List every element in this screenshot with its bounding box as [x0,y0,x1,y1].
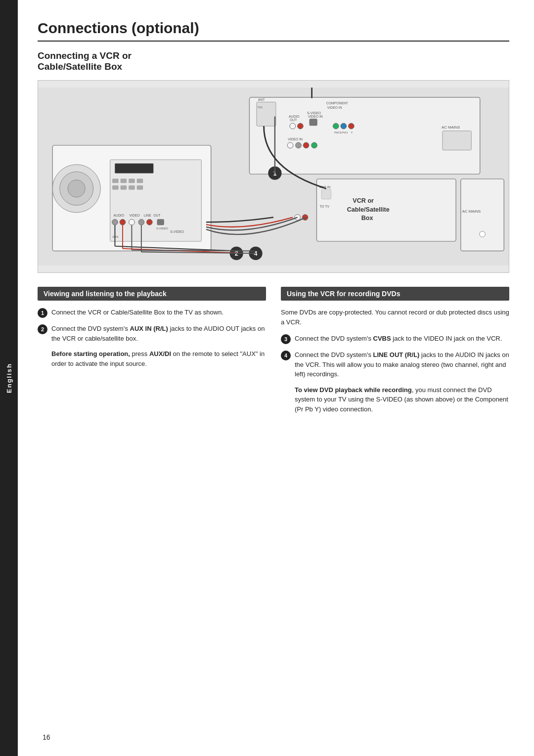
svg-rect-60 [321,189,331,199]
step-4: 4 Connect the DVD system's LINE OUT (R/L… [281,350,509,379]
sidebar-label: English [5,363,13,393]
step-4-text: Connect the DVD system's LINE OUT (R/L) … [295,350,509,379]
svg-point-50 [312,142,317,148]
svg-point-41 [341,123,347,129]
section-title: Connecting a VCR or Cable/Satellite Box [38,50,509,72]
svg-text:OUT: OUT [153,214,160,217]
svg-text:PbCb: PbCb [334,131,342,134]
svg-text:OUT: OUT [290,118,297,122]
svg-text:AC MAINS: AC MAINS [462,209,481,214]
svg-point-47 [287,142,293,148]
svg-text:75Ω: 75Ω [257,106,263,109]
svg-text:S-VIDEO: S-VIDEO [307,111,321,115]
svg-text:AUDIO: AUDIO [114,214,125,217]
svg-text:COMPONENT: COMPONENT [326,101,348,105]
svg-point-42 [349,123,355,129]
right-intro: Some DVDs are copy-protected. You cannot… [281,308,509,327]
svg-rect-12 [121,185,127,189]
svg-point-66 [480,231,486,237]
svg-point-48 [296,142,302,148]
svg-point-49 [303,142,309,148]
svg-rect-8 [121,179,127,183]
svg-text:PrCr: PrCr [342,131,348,134]
page-title: Connections (optional) [38,20,509,42]
svg-text:Box: Box [361,215,373,222]
svg-rect-52 [443,131,471,150]
svg-point-40 [333,123,339,129]
step-1-number: 1 [38,308,47,318]
svg-text:Cable/Satellite: Cable/Satellite [347,206,390,213]
svg-point-38 [290,123,296,129]
main-content: Connections (optional) Connecting a VCR … [18,0,534,756]
svg-point-22 [138,219,144,225]
svg-rect-9 [129,179,135,183]
step-3-number: 3 [281,334,291,344]
svg-rect-6 [115,164,153,173]
svg-point-39 [298,123,304,129]
right-section-header: Using the VCR for recording DVDs [281,287,509,301]
svg-point-23 [147,219,153,225]
svg-text:LINE: LINE [144,214,152,217]
left-section-header: Viewing and listening to the playback [38,287,266,301]
page-number: 16 [43,733,50,741]
svg-rect-35 [310,119,317,126]
svg-text:S-VIDEO: S-VIDEO [170,230,184,233]
svg-text:VCR or: VCR or [353,197,374,204]
two-columns: Viewing and listening to the playback 1 … [38,287,509,419]
svg-point-4 [68,180,85,197]
svg-rect-24 [157,219,164,225]
svg-text:S-VIDEO: S-VIDEO [156,227,168,230]
left-column: Viewing and listening to the playback 1 … [38,287,266,419]
svg-point-20 [120,219,126,225]
svg-rect-14 [137,185,143,189]
connection-diagram: AUDIO VIDEO LINE OUT S-VIDEO DBS A [38,80,509,273]
svg-point-21 [129,219,135,225]
step-4-number: 4 [281,351,291,360]
svg-text:VIDEO: VIDEO [130,214,140,217]
svg-rect-10 [137,179,143,183]
svg-point-62 [295,215,301,221]
step-3: 3 Connect the DVD system's CVBS jack to … [281,334,509,344]
svg-rect-11 [113,185,119,189]
svg-rect-64 [461,179,504,251]
svg-text:VIDEO IN: VIDEO IN [288,137,303,141]
step-2-text: Connect the DVD system's AUX IN (R/L) ja… [51,324,266,343]
step-3-text: Connect the DVD system's CVBS jack to th… [295,334,502,344]
svg-text:VIDEO IN: VIDEO IN [327,106,342,109]
left-note: Before starting operation, press AUX/DI … [51,349,266,368]
svg-text:TO TV: TO TV [319,205,329,208]
right-note: To view DVD playback while recording, yo… [295,385,509,414]
svg-text:DBS: DBS [113,235,119,238]
step-1-text: Connect the VCR or Cable/Satellite Box t… [51,308,223,317]
svg-text:ANT: ANT [258,98,265,101]
svg-text:VIDEO IN: VIDEO IN [308,115,323,118]
svg-text:Y: Y [351,131,353,134]
page-container: English Connections (optional) Connectin… [0,0,534,756]
step-2-number: 2 [38,324,47,334]
svg-text:AC MAINS: AC MAINS [442,125,460,130]
step-2: 2 Connect the DVD system's AUX IN (R/L) … [38,324,266,343]
svg-point-19 [112,219,118,225]
sidebar: English [0,0,18,756]
right-column: Using the VCR for recording DVDs Some DV… [281,287,509,419]
step-1: 1 Connect the VCR or Cable/Satellite Box… [38,308,266,318]
svg-rect-7 [113,179,119,183]
svg-text:AUDIO: AUDIO [289,115,300,118]
svg-rect-13 [129,185,135,189]
